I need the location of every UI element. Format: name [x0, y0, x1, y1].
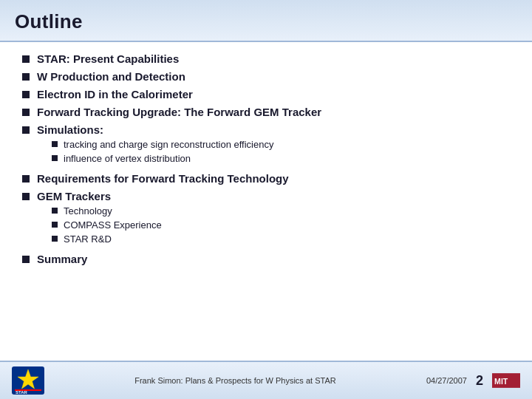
item-text-star-capabilities: STAR: Present Capabilities [37, 52, 510, 65]
sub-item-text-compass: COMPASS Experience [64, 219, 162, 231]
sub-list-simulations: tracking and charge sign reconstruction … [37, 139, 510, 164]
bullet-icon [22, 126, 30, 134]
item-text-electron-id: Electron ID in the Calorimeter [37, 88, 510, 100]
outline-item-w-production: W Production and Detection [22, 70, 510, 83]
sub-item-text-star-rd: STAR R&D [64, 233, 112, 245]
star-logo-icon: STAR [12, 366, 44, 395]
sub-list-gem-trackers: TechnologyCOMPASS ExperienceSTAR R&D [37, 205, 510, 245]
footer-presenter: Frank Simon: Plans & Prospects for W Phy… [44, 376, 426, 385]
mit-logo-icon: MIT [492, 373, 520, 388]
outline-item-simulations: Simulations:tracking and charge sign rec… [22, 123, 510, 167]
sub-item-vertex-dist: influence of vertex distribution [37, 153, 510, 164]
sub-item-compass: COMPASS Experience [37, 219, 510, 231]
outline-list: STAR: Present CapabilitiesW Production a… [22, 52, 510, 265]
item-text-requirements: Requirements for Forward Tracking Techno… [37, 172, 510, 185]
bullet-icon [22, 55, 30, 63]
item-text-simulations: Simulations: [37, 123, 510, 136]
sub-bullet-icon [52, 222, 58, 228]
outline-item-requirements: Requirements for Forward Tracking Techno… [22, 172, 510, 185]
slide-header: Outline [0, 0, 532, 42]
footer-right: 04/27/2007 2 MIT [426, 373, 520, 389]
item-text-gem-trackers: GEM Trackers [37, 190, 510, 202]
svg-text:MIT: MIT [494, 377, 508, 386]
slide-footer: STAR Frank Simon: Plans & Prospects for … [0, 361, 532, 399]
bullet-icon [22, 109, 30, 116]
outline-item-forward-tracking: Forward Tracking Upgrade: The Forward GE… [22, 106, 510, 118]
outline-item-star-capabilities: STAR: Present Capabilities [22, 52, 510, 65]
slide: Outline STAR: Present CapabilitiesW Prod… [0, 0, 532, 399]
sub-item-technology: Technology [37, 205, 510, 216]
sub-item-text-technology: Technology [64, 205, 112, 216]
sub-bullet-icon [52, 141, 58, 147]
footer-date: 04/27/2007 [426, 376, 467, 385]
slide-content: STAR: Present CapabilitiesW Production a… [0, 42, 532, 361]
outline-item-gem-trackers: GEM TrackersTechnologyCOMPASS Experience… [22, 190, 510, 248]
sub-bullet-icon [52, 155, 58, 161]
bullet-icon [22, 175, 30, 183]
item-text-w-production: W Production and Detection [37, 70, 510, 83]
svg-text:STAR: STAR [16, 390, 28, 395]
sub-item-tracking-charge: tracking and charge sign reconstruction … [37, 139, 510, 150]
bullet-icon [22, 193, 30, 200]
sub-item-star-rd: STAR R&D [37, 233, 510, 245]
outline-item-summary: Summary [22, 253, 510, 265]
sub-item-text-tracking-charge: tracking and charge sign reconstruction … [64, 139, 273, 150]
item-text-forward-tracking: Forward Tracking Upgrade: The Forward GE… [37, 106, 510, 118]
bullet-icon [22, 73, 30, 81]
footer-left: STAR [12, 366, 44, 395]
bullet-icon [22, 256, 30, 263]
footer-page-number: 2 [476, 373, 483, 389]
sub-item-text-vertex-dist: influence of vertex distribution [64, 153, 191, 164]
item-text-summary: Summary [37, 253, 510, 265]
sub-bullet-icon [52, 208, 58, 214]
sub-bullet-icon [52, 236, 58, 242]
slide-title: Outline [15, 10, 517, 33]
bullet-icon [22, 91, 30, 98]
outline-item-electron-id: Electron ID in the Calorimeter [22, 88, 510, 100]
